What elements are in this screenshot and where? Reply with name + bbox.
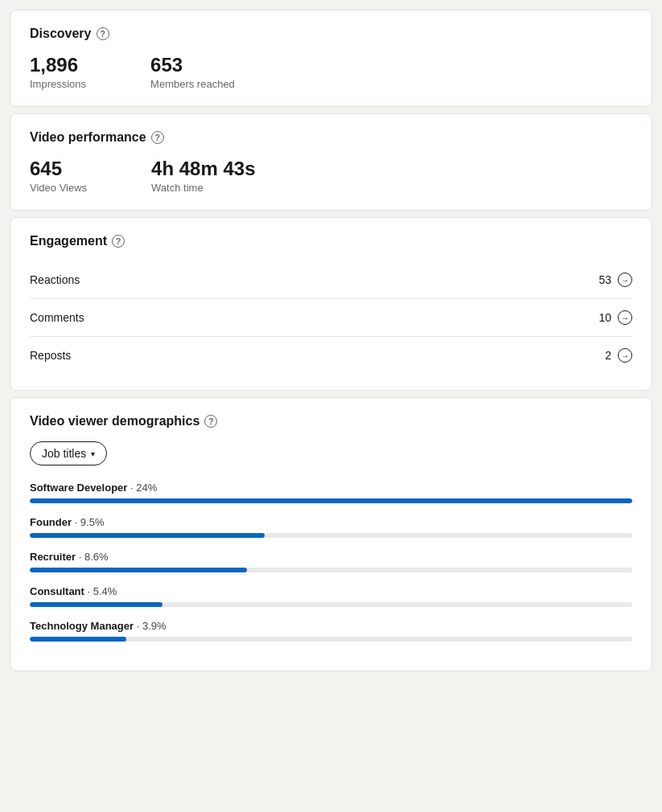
bar-track <box>30 498 632 503</box>
job-title-text: Founder <box>30 516 72 528</box>
job-title-pct: · 24% <box>130 482 157 494</box>
discovery-card: Discovery ? 1,896 Impressions 653 Member… <box>10 10 652 107</box>
list-item: Founder · 9.5% <box>30 516 632 538</box>
list-item: Software Developer · 24% <box>30 482 632 503</box>
engagement-row-value: 10 <box>598 311 611 324</box>
members-reached-block: 653 Members reached <box>150 54 235 90</box>
job-title-pct: · 8.6% <box>79 551 109 563</box>
job-title-text: Recruiter <box>30 551 76 563</box>
engagement-row[interactable]: Comments 10 → <box>30 299 632 337</box>
arrow-icon: → <box>618 310 632 325</box>
engagement-row-label: Comments <box>30 311 84 324</box>
demographics-card: Video viewer demographics ? Job titles ▾… <box>10 397 652 671</box>
watch-time-value: 4h 48m 43s <box>151 158 255 180</box>
video-performance-title-text: Video performance <box>30 130 146 145</box>
bar-track <box>30 533 632 538</box>
bar-fill <box>30 602 162 607</box>
demographics-list: Software Developer · 24% Founder · 9.5% … <box>30 482 632 642</box>
watch-time-block: 4h 48m 43s Watch time <box>151 158 255 194</box>
engagement-rows: Reactions 53 → Comments 10 → Reposts 2 → <box>30 261 632 374</box>
demo-item-label: Consultant · 5.4% <box>30 585 632 597</box>
bar-fill <box>30 533 265 538</box>
demo-item-label: Technology Manager · 3.9% <box>30 620 632 632</box>
members-value: 653 <box>150 54 235 76</box>
arrow-icon: → <box>618 273 632 287</box>
arrow-icon: → <box>618 348 632 363</box>
job-title-text: Software Developer <box>30 482 127 494</box>
list-item: Technology Manager · 3.9% <box>30 620 632 642</box>
video-views-value: 645 <box>30 158 87 180</box>
list-item: Recruiter · 8.6% <box>30 551 632 572</box>
engagement-row-label: Reposts <box>30 349 71 362</box>
bar-track <box>30 568 632 572</box>
engagement-row-right: 53 → <box>598 273 632 287</box>
demographics-help-icon[interactable]: ? <box>204 415 217 428</box>
discovery-title-text: Discovery <box>30 27 92 41</box>
discovery-title: Discovery ? <box>30 27 632 41</box>
engagement-row[interactable]: Reposts 2 → <box>30 337 632 374</box>
video-views-label: Video Views <box>30 182 87 194</box>
bar-fill <box>30 498 632 503</box>
engagement-row-right: 2 → <box>605 348 632 363</box>
demo-item-label: Software Developer · 24% <box>30 482 632 494</box>
demo-item-label: Recruiter · 8.6% <box>30 551 632 563</box>
video-performance-stats: 645 Video Views 4h 48m 43s Watch time <box>30 158 632 194</box>
impressions-block: 1,896 Impressions <box>30 54 86 90</box>
job-title-text: Technology Manager <box>30 620 134 632</box>
bar-track <box>30 602 632 607</box>
impressions-label: Impressions <box>30 78 86 90</box>
engagement-card: Engagement ? Reactions 53 → Comments 10 … <box>10 217 652 391</box>
bar-track <box>30 637 632 642</box>
demo-item-label: Founder · 9.5% <box>30 516 632 528</box>
impressions-value: 1,896 <box>30 54 86 76</box>
discovery-help-icon[interactable]: ? <box>97 27 109 40</box>
engagement-title: Engagement ? <box>30 234 632 248</box>
demographics-title-text: Video viewer demographics <box>30 414 199 429</box>
video-performance-card: Video performance ? 645 Video Views 4h 4… <box>10 113 652 211</box>
members-label: Members reached <box>150 78 235 90</box>
list-item: Consultant · 5.4% <box>30 585 632 607</box>
engagement-row-label: Reactions <box>30 273 80 286</box>
dropdown-label: Job titles <box>42 447 86 460</box>
job-title-text: Consultant <box>30 585 84 597</box>
video-performance-help-icon[interactable]: ? <box>151 131 164 144</box>
job-title-pct: · 5.4% <box>88 585 117 597</box>
watch-time-label: Watch time <box>151 182 255 194</box>
job-title-pct: · 3.9% <box>137 620 167 632</box>
engagement-help-icon[interactable]: ? <box>112 235 125 248</box>
discovery-stats: 1,896 Impressions 653 Members reached <box>30 54 632 90</box>
job-titles-dropdown[interactable]: Job titles ▾ <box>30 441 107 465</box>
demographics-title: Video viewer demographics ? <box>30 414 632 429</box>
video-performance-title: Video performance ? <box>30 130 632 145</box>
chevron-down-icon: ▾ <box>91 449 95 458</box>
engagement-title-text: Engagement <box>30 234 107 248</box>
engagement-row-value: 53 <box>598 273 611 286</box>
engagement-row-value: 2 <box>605 349 611 362</box>
video-views-block: 645 Video Views <box>30 158 87 194</box>
bar-fill <box>30 637 126 642</box>
engagement-row-right: 10 → <box>598 310 632 325</box>
engagement-row[interactable]: Reactions 53 → <box>30 261 632 299</box>
bar-fill <box>30 568 247 572</box>
job-title-pct: · 9.5% <box>75 516 105 528</box>
